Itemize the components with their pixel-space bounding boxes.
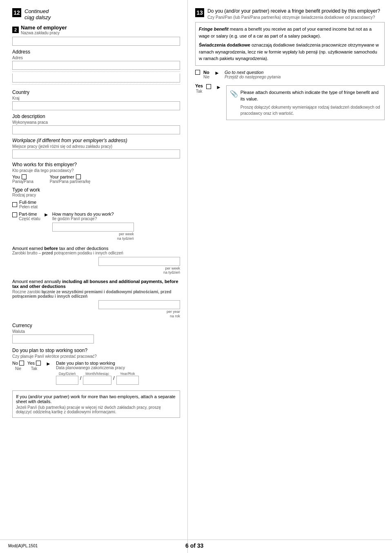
stop-work-label-en: Do you plan to stop working soon? — [12, 348, 180, 353]
country-input[interactable] — [12, 101, 180, 110]
stop-yes-label-pl: Tak — [31, 366, 38, 371]
who-works-label-en: Who works for this employer? — [12, 162, 180, 167]
employer-name-label-pl: Nazwa zakładu pracy — [21, 31, 67, 35]
goto-next-label-en: Go to next question — [225, 70, 281, 75]
currency-input[interactable] — [12, 334, 94, 343]
amount-before-label: Amount earned before tax and other deduc… — [12, 246, 180, 251]
stop-yes-label-en: Yes — [27, 361, 35, 366]
per-week2-label-pl: na tydzień — [163, 270, 180, 275]
stop-work-label-pl: Czy planuje Pan/i wkrótce przestać praco… — [12, 354, 180, 359]
currency-label-en: Currency — [12, 323, 180, 328]
q13-title-en: Do you (and/or your partner) receive a f… — [207, 8, 380, 14]
country-label-pl: Kraj — [12, 96, 29, 100]
date-slash-2: / — [113, 375, 114, 381]
hours-per-week-input[interactable] — [52, 223, 134, 232]
amount-before-input[interactable] — [98, 257, 180, 266]
per-week-label-pl: na tydzień — [117, 236, 134, 241]
per-year-label-en: per year — [167, 310, 180, 314]
date-stop-label-pl: Data planowanego zakończenia pracy — [56, 366, 139, 370]
fringe-title-pl: Świadczenia dodatkowe — [199, 42, 250, 47]
q13-yes-label-en: Yes — [195, 83, 203, 88]
q13-no-checkbox[interactable] — [195, 70, 200, 75]
q13-yes-label-pl: Tak — [196, 89, 203, 94]
year-input[interactable] — [116, 376, 139, 385]
parttime-label-pl: Część etatu — [19, 216, 40, 221]
multiple-employers-pl: Jeżeli Pan/i (lub partner/ka) pracuje w … — [16, 405, 176, 414]
parttime-label-en: Part-time — [19, 212, 40, 216]
address-input-2[interactable] — [12, 74, 180, 83]
footer-form-code: Mod(iA)PL.1501 — [8, 544, 38, 548]
per-year-label-pl: na rok — [167, 314, 180, 319]
workplace-label-en: Workplace (if different from your employ… — [12, 138, 180, 143]
stop-no-checkbox[interactable] — [19, 361, 24, 366]
page-number: 12 — [12, 8, 21, 17]
currency-label-pl: Waluta — [12, 329, 180, 334]
date-stop-label-en: Date you plan to stop working — [56, 361, 139, 366]
employer-name-label-en: Name of employer — [21, 25, 67, 31]
multiple-employers-en: If you (and/or your partner) work for mo… — [16, 394, 176, 404]
type-of-work-label-pl: Rodzaj pracy — [12, 193, 180, 197]
day-label: Day/Dzień — [59, 372, 76, 376]
address-label-pl: Adres — [12, 56, 180, 60]
fulltime-checkbox[interactable] — [12, 202, 17, 207]
employer-name-input[interactable] — [12, 37, 180, 46]
q13-no-arrow-icon: ► — [214, 70, 220, 76]
stop-no-label-en: No — [12, 361, 18, 366]
annual-label-pl: Roczne zarobki łącznie ze wszystkimi pre… — [12, 290, 180, 299]
how-many-hours-label-en: How many hours do you work? — [52, 212, 134, 216]
per-week2-label-en: per week — [163, 266, 180, 271]
month-input[interactable] — [83, 376, 111, 385]
fringe-benefit-box: Fringe benefit means a benefit you recei… — [195, 22, 385, 66]
annual-label: Amount earned annually including all bon… — [12, 279, 180, 289]
continued-en: Continued — [24, 8, 51, 14]
paperclip-icon: 📎 — [230, 89, 238, 99]
country-label-en: Country — [12, 89, 29, 95]
workplace-label-pl: Miejsce pracy (jeżeli różni się od adres… — [12, 144, 180, 149]
stop-no-label-pl: Nie — [15, 366, 21, 371]
annual-amount-input[interactable] — [98, 300, 180, 309]
parttime-arrow-icon: ► — [44, 212, 49, 218]
partner-label-en: Your partner — [50, 174, 74, 179]
job-desc-label-en: Job description — [12, 114, 180, 119]
q13-no-label-pl: Nie — [203, 75, 209, 79]
workplace-input[interactable] — [12, 149, 180, 158]
q13-yes-arrow-icon: ► — [216, 84, 221, 90]
fulltime-label-pl: Pełen etat — [19, 205, 38, 209]
fringe-title-en: Fringe benefit — [199, 27, 229, 31]
amount-before-label-pl: Zarobki brutto – przed potrąceniem podat… — [12, 251, 180, 255]
continued-pl: ciąg dalszy — [24, 14, 51, 20]
attach-label-pl: Proszę dołączyć dokumenty wymieniające r… — [241, 104, 381, 116]
year-label: Year/Rok — [120, 372, 135, 376]
who-works-label-pl: Kto pracuje dla tego pracodawcy? — [12, 168, 180, 173]
per-week-label-en: per week — [117, 232, 134, 236]
address-input-1[interactable] — [12, 61, 180, 70]
day-input[interactable] — [56, 376, 78, 385]
parttime-checkbox[interactable] — [12, 212, 17, 217]
job-desc-label-pl: Wykonywana praca — [12, 120, 180, 125]
you-label-en: You — [12, 174, 20, 179]
month-label: Month/Miesiąc — [85, 372, 109, 376]
fulltime-label-en: Full-time — [19, 200, 38, 205]
type-of-work-label-en: Type of work — [12, 187, 180, 193]
how-many-hours-label-pl: Ile godzin Pan/i pracuje? — [52, 216, 134, 221]
goto-next-label-pl: Przejdź do następnego pytania — [225, 75, 281, 79]
you-label-pl: Panią/Pana — [12, 179, 33, 184]
date-slash-1: / — [80, 375, 81, 381]
yes-attach-box: 📎 Please attach documents which indicate… — [226, 85, 385, 120]
q13-yes-checkbox[interactable] — [206, 84, 211, 89]
attach-label-en: Please attach documents which indicate t… — [241, 89, 381, 103]
address-label-en: Address — [12, 49, 180, 55]
stop-work-arrow-icon: ► — [46, 361, 51, 367]
question-13-number: 13 — [195, 8, 204, 17]
q13-no-label-en: No — [203, 70, 209, 75]
stop-yes-checkbox[interactable] — [36, 361, 41, 366]
job-desc-input[interactable] — [12, 125, 180, 134]
partner-checkbox[interactable] — [76, 174, 81, 179]
q13-title-pl: Czy Pani/Pan (lub Pani/Pana partner/ka) … — [207, 15, 380, 20]
you-checkbox[interactable] — [22, 174, 27, 179]
footer-page-count: 6 of 33 — [185, 542, 203, 549]
partner-label-pl: Pani/Pana partnera/kę — [50, 179, 91, 184]
section-number-2: 2 — [12, 27, 19, 33]
